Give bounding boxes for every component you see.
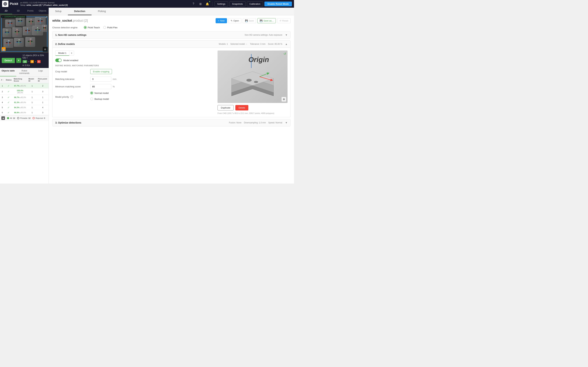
row-score: 98.8% ≥85.0% [13, 110, 27, 115]
tab-objects[interactable]: Objects [37, 8, 49, 14]
expand-icon[interactable]: ⤢ [45, 15, 48, 19]
matching-tolerance-input[interactable] [90, 76, 111, 82]
tolerance-unit: mm [113, 78, 117, 80]
3d-settings-icon[interactable]: ⚙ [282, 97, 286, 101]
table-row[interactable]: 3 ✓ 96.7% ≥85.0% 1 1 [0, 95, 49, 100]
svg-point-2 [5, 3, 6, 4]
tab-3d[interactable]: 3D [12, 8, 25, 14]
settings-button[interactable]: Settings [215, 1, 228, 7]
engine-teach[interactable]: Pickit Teach [84, 26, 100, 29]
open-button[interactable]: ✎ Open [228, 18, 241, 23]
detect-button[interactable]: Detect [2, 58, 15, 63]
snapshots-button[interactable]: Snapshots [229, 1, 245, 7]
model-tab-1[interactable]: Model 1 [55, 50, 69, 56]
filter-rejected[interactable]: Rejected 0 [33, 117, 45, 119]
delete-button[interactable]: Delete [235, 105, 248, 110]
priority-normal-row[interactable]: Normal model [90, 92, 109, 94]
main-layout: 2D 3D Points Objects 122024012CB0 (snaps… [0, 8, 294, 184]
min-score-row: Minimum matching score % [55, 84, 214, 89]
table-row[interactable]: 5 ✓ 94.3% ≥85.0% 1 4 [0, 105, 49, 110]
refresh-icon[interactable]: ↺ [284, 52, 286, 56]
right-tabs: Setup Detection Picking [49, 8, 294, 15]
priority-help-icon[interactable]: ? [70, 95, 73, 98]
section3-chevron[interactable]: ▼ [285, 121, 287, 124]
edit-icon: ✎ [231, 19, 233, 22]
filter-pickable[interactable]: Pickable 12 [17, 117, 30, 119]
priority-backup-row[interactable]: Backup model [90, 98, 109, 100]
tab-robot-commands[interactable]: Robot commands [16, 68, 33, 76]
table-scroll[interactable]: # ↑ Status Matching Score Model ID Pick … [0, 76, 49, 115]
tab-objects-table[interactable]: Objects table [0, 68, 16, 76]
row-id: 5 [0, 105, 5, 110]
table-row[interactable]: 1 ✓ 97.7% ≥85.0% 1 2 [0, 83, 49, 88]
crop-model-label: Crop model [55, 70, 90, 73]
duplicate-button[interactable]: Duplicate [217, 105, 234, 110]
app-title: Pickit [10, 2, 18, 6]
table-row[interactable]: 2 ✓ 100.0% ≥85.0% 1 3 [0, 88, 49, 95]
section2-chevron[interactable]: ▲ [285, 43, 287, 45]
tab-picking[interactable]: Picking [92, 8, 112, 15]
tab-logs[interactable]: Logs [32, 68, 49, 76]
flex-radio-circle[interactable] [103, 26, 106, 29]
row-score: 91.3% ≥85.0% [13, 100, 27, 105]
crop-model-row: Crop model Enable cropping [55, 69, 214, 74]
min-score-input[interactable] [90, 84, 111, 89]
filter-all-dot [7, 117, 9, 119]
robot-mode-button[interactable]: Enable Robot Mode [264, 1, 292, 6]
detect-dropdown-button[interactable]: ▼ [16, 58, 21, 63]
tab-setup[interactable]: Setup [49, 8, 68, 15]
snapshot-label: 122024012CB0 (snapshot) [1, 15, 26, 18]
new-button[interactable]: + New [216, 18, 227, 23]
table-row[interactable]: 4 ✓ 91.3% ≥85.0% 1 1 [0, 100, 49, 105]
model-enabled-toggle[interactable] [55, 58, 62, 62]
section3-header[interactable]: 3. Optimize detections Fusion: None Down… [52, 119, 290, 126]
topbar: Pickit pc-60001: 3.1.0 (HD Production li… [0, 0, 294, 8]
save-icon: 💾 [245, 19, 248, 22]
help-icon-button[interactable]: ? [190, 1, 196, 7]
filter-bar-icon[interactable]: ▦ [1, 117, 5, 120]
grid-icon-button[interactable]: ⊞ [198, 1, 203, 7]
col-header-score[interactable]: Matching Score [13, 76, 27, 83]
col-header-model: Model ID [27, 76, 37, 83]
calibration-button[interactable]: Calibration [247, 1, 263, 7]
normal-model-radio[interactable] [90, 92, 93, 94]
model-3d-panel: ↺ Origin [217, 50, 287, 114]
tab-2d[interactable]: 2D [0, 8, 12, 14]
row-status: ✓ [5, 83, 13, 88]
detection-settings: Model 1 + Model enabled DEFINE MODEL MA [55, 50, 214, 114]
col-header-id[interactable]: # ↑ [0, 76, 5, 83]
row-model-id: 1 [27, 110, 37, 115]
objects-area: Objects table Robot commands Logs # ↑ St… [0, 68, 49, 184]
reset-button[interactable]: ↺ Reset [277, 18, 291, 23]
camera-canvas [0, 14, 49, 53]
save-as-button[interactable]: 💾 Save as... [257, 18, 276, 23]
enable-cropping-button[interactable]: Enable cropping [90, 69, 112, 74]
section2-meta: Models: 1 Selected model → Tolerance: 3 … [219, 43, 282, 45]
engine-flex[interactable]: Pickit Flex [103, 26, 117, 29]
camera-settings-button[interactable]: ⚙ [43, 47, 48, 52]
row-pick-id: 1 [37, 95, 49, 100]
matching-tolerance-label: Matching tolerance [55, 78, 90, 80]
row-pick-id: 4 [37, 105, 49, 110]
right-panel: Setup Detection Picking white_socket.pro… [49, 8, 294, 184]
section1-chevron[interactable]: ▼ [285, 33, 287, 36]
tolerance-value: mm [90, 76, 117, 82]
save-button[interactable]: 💾 Save [243, 18, 256, 23]
section1-title: 1. Non-HD camera settings [55, 33, 86, 36]
section1-header[interactable]: 1. Non-HD camera settings Non-HD camera … [52, 32, 290, 38]
tab-detection[interactable]: Detection [68, 8, 92, 15]
row-id: 1 [0, 83, 5, 88]
section2-header[interactable]: 2. Define models Models: 1 Selected mode… [52, 41, 290, 48]
table-row[interactable]: 6 ✓ 98.8% ≥85.0% 1 3 [0, 110, 49, 115]
normal-model-label: Normal model [95, 92, 109, 94]
backup-model-radio[interactable] [90, 98, 93, 100]
filter-pickable-dot [17, 117, 19, 119]
filter-all[interactable]: All 12 [7, 117, 15, 119]
tab-points[interactable]: Points [24, 8, 37, 14]
model-add-button[interactable]: + [69, 51, 74, 56]
model-3d-svg [225, 68, 281, 100]
min-score-label: Minimum matching score [55, 85, 90, 88]
logo-icon [2, 1, 9, 7]
engine-label: Choose detection engine [52, 26, 84, 29]
teach-radio-circle[interactable] [84, 26, 87, 29]
